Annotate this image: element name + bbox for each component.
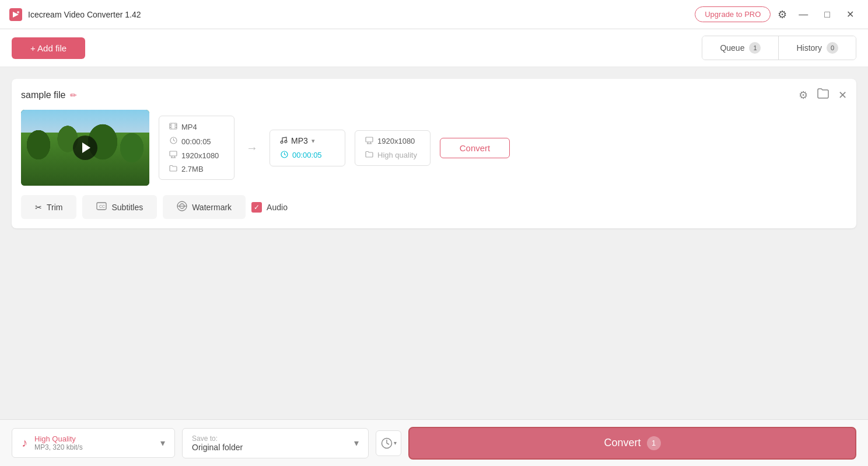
quality-label: High Quality xyxy=(34,434,153,443)
save-label: Save to: xyxy=(192,434,347,443)
file-card: sample file ✏ ⚙ ✕ xyxy=(12,79,856,228)
main-content: sample file ✏ ⚙ ✕ xyxy=(0,67,868,419)
queue-badge: 1 xyxy=(749,42,761,54)
trim-label: Trim xyxy=(47,203,62,212)
cc-icon: CC xyxy=(96,202,107,212)
output-duration-row: 00:00:05 xyxy=(279,151,335,160)
svg-point-15 xyxy=(281,141,283,143)
card-close-icon[interactable]: ✕ xyxy=(838,89,847,102)
film-icon xyxy=(169,122,178,132)
output-info-box[interactable]: MP3 ▾ 00:00:05 xyxy=(270,130,345,166)
svg-line-31 xyxy=(387,443,389,444)
format-dropdown-icon[interactable]: ▾ xyxy=(312,137,315,145)
main-convert-label: Convert xyxy=(604,437,640,449)
svg-rect-2 xyxy=(170,124,171,126)
history-label: History xyxy=(796,43,822,53)
schedule-button[interactable]: ▾ xyxy=(376,430,401,456)
upgrade-button[interactable]: Upgrade to PRO xyxy=(695,6,771,22)
source-resolution-row: 1920x1080 xyxy=(169,151,225,160)
source-duration: 00:00:05 xyxy=(181,137,211,146)
output-resolution: 1920x1080 xyxy=(377,137,415,145)
quality-sublabel: MP3, 320 kbit/s xyxy=(34,443,153,451)
output-clock-icon xyxy=(279,151,289,160)
add-file-button[interactable]: + Add file xyxy=(12,37,85,59)
quality-text: High Quality MP3, 320 kbit/s xyxy=(34,434,153,451)
bottom-bar: ♪ High Quality MP3, 320 kbit/s ▾ Save to… xyxy=(0,419,868,466)
svg-point-16 xyxy=(285,140,287,142)
trim-button[interactable]: ✂ Trim xyxy=(21,195,76,219)
card-settings-icon[interactable]: ⚙ xyxy=(799,89,808,102)
file-card-footer: ✂ Trim CC Subtitles xyxy=(21,195,847,219)
schedule-dropdown-icon[interactable]: ▾ xyxy=(394,440,397,446)
output-resolution-box: 1920x1080 High quality xyxy=(355,130,430,166)
convert-count-badge: 1 xyxy=(647,436,661,450)
app-icon xyxy=(9,8,22,21)
quality-music-icon: ♪ xyxy=(22,436,27,450)
history-tab[interactable]: History 0 xyxy=(779,36,856,60)
app-title: Icecream Video Converter 1.42 xyxy=(28,10,141,19)
card-actions: ⚙ ✕ xyxy=(799,88,847,102)
svg-line-10 xyxy=(173,141,175,141)
toolbar: + Add file Queue 1 History 0 xyxy=(0,29,868,67)
audio-checkbox[interactable]: ✓ Audio xyxy=(251,195,288,219)
subtitles-button[interactable]: CC Subtitles xyxy=(82,195,157,219)
subtitles-label: Subtitles xyxy=(111,203,143,212)
quality-selector[interactable]: ♪ High Quality MP3, 320 kbit/s ▾ xyxy=(12,428,175,458)
main-convert-button[interactable]: Convert 1 xyxy=(408,427,856,460)
maximize-button[interactable]: □ xyxy=(820,7,835,22)
output-quality: High quality xyxy=(377,151,417,159)
clock-icon xyxy=(169,137,178,146)
svg-rect-4 xyxy=(176,124,177,126)
convert-button[interactable]: Convert xyxy=(440,138,510,158)
output-quality-row: High quality xyxy=(365,151,421,159)
svg-rect-1 xyxy=(170,123,177,129)
svg-point-0 xyxy=(17,11,19,13)
svg-rect-5 xyxy=(176,127,177,128)
video-thumbnail[interactable] xyxy=(21,110,149,186)
svg-rect-3 xyxy=(170,127,171,128)
history-badge: 0 xyxy=(827,42,838,54)
queue-history-tabs: Queue 1 History 0 xyxy=(702,36,856,60)
output-format-row[interactable]: MP3 ▾ xyxy=(279,136,335,146)
music-note-icon xyxy=(279,136,288,146)
source-resolution: 1920x1080 xyxy=(181,151,219,160)
save-text: Save to: Original folder xyxy=(192,434,347,452)
queue-label: Queue xyxy=(720,43,744,53)
play-triangle-icon xyxy=(82,142,90,153)
save-dropdown-icon[interactable]: ▾ xyxy=(354,437,359,448)
output-resolution-row: 1920x1080 xyxy=(365,137,421,146)
save-selector[interactable]: Save to: Original folder ▾ xyxy=(182,428,369,458)
checkbox-checked-icon: ✓ xyxy=(251,202,262,213)
play-button[interactable] xyxy=(73,135,97,160)
queue-tab[interactable]: Queue 1 xyxy=(702,36,779,60)
monitor-icon xyxy=(169,151,178,160)
svg-line-19 xyxy=(284,154,286,155)
settings-icon[interactable]: ⚙ xyxy=(778,8,787,21)
card-folder-icon[interactable] xyxy=(817,88,829,102)
file-card-header: sample file ✏ ⚙ ✕ xyxy=(21,88,847,102)
output-folder-icon xyxy=(365,151,374,159)
quality-dropdown-icon[interactable]: ▾ xyxy=(160,437,165,448)
svg-rect-11 xyxy=(170,151,177,156)
file-card-body: MP4 00:00:05 xyxy=(21,110,847,186)
save-value: Original folder xyxy=(192,443,347,452)
audio-label: Audio xyxy=(267,203,288,212)
watermark-label: Watermark xyxy=(192,203,232,212)
edit-icon[interactable]: ✏ xyxy=(70,91,77,100)
minimize-button[interactable]: — xyxy=(794,7,813,22)
title-bar: Icecream Video Converter 1.42 Upgrade to… xyxy=(0,0,868,29)
source-format-row: MP4 xyxy=(169,122,225,132)
watermark-icon xyxy=(177,201,187,213)
watermark-button[interactable]: Watermark xyxy=(163,195,246,219)
title-bar-right: Upgrade to PRO ⚙ — □ ✕ xyxy=(695,6,859,22)
source-size: 2.7MB xyxy=(181,165,204,173)
svg-text:CC: CC xyxy=(99,204,105,208)
svg-rect-20 xyxy=(366,137,373,142)
arrow-icon: → xyxy=(244,141,260,155)
file-name: sample file xyxy=(21,90,65,100)
source-format: MP4 xyxy=(181,123,197,131)
source-info-box: MP4 00:00:05 xyxy=(159,116,235,180)
close-button[interactable]: ✕ xyxy=(842,6,859,22)
scissors-icon: ✂ xyxy=(35,203,42,212)
output-format: MP3 xyxy=(291,136,308,145)
